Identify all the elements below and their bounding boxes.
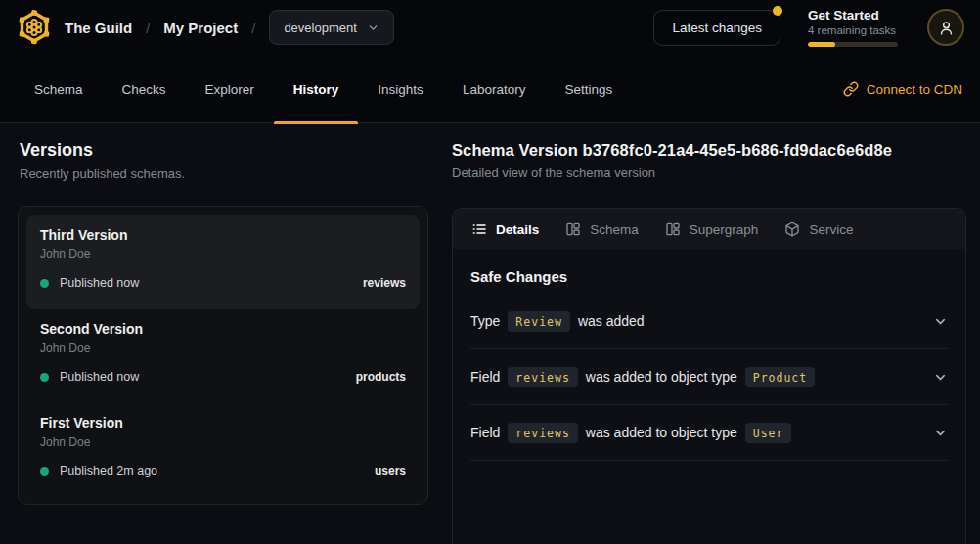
- schema-version-title: Schema Version b3768fc0-21a4-45e5-b686-f…: [452, 141, 966, 159]
- breadcrumb: The Guild / My Project / development: [65, 10, 394, 45]
- tab-insights[interactable]: Insights: [358, 55, 443, 123]
- notification-dot: [773, 6, 782, 16]
- change-prefix: Field: [470, 369, 500, 385]
- change-middle: was added to object type: [586, 425, 737, 440]
- detail-tabs: Details Schema: [453, 209, 965, 249]
- version-service: users: [375, 464, 406, 477]
- schema-version-subtitle: Detailed view of the schema version: [452, 165, 966, 180]
- chevron-down-icon[interactable]: [933, 426, 948, 440]
- get-started-title: Get Started: [808, 8, 900, 24]
- tab-supergraph-label: Supergraph: [690, 222, 759, 237]
- versions-title: Versions: [20, 140, 430, 160]
- version-meta: Published now reviews: [40, 276, 406, 290]
- change-badge: reviews: [508, 423, 577, 443]
- list-icon: [471, 221, 487, 237]
- tab-supergraph[interactable]: Supergraph: [665, 221, 759, 237]
- hive-logo-icon[interactable]: [16, 9, 52, 46]
- tab-schema[interactable]: Schema: [15, 55, 103, 123]
- header: The Guild / My Project / development Lat…: [0, 0, 980, 55]
- breadcrumb-separator: /: [251, 20, 255, 36]
- version-author: John Doe: [40, 248, 406, 261]
- tab-details[interactable]: Details: [471, 221, 539, 237]
- published-status-dot: [40, 373, 49, 382]
- change-badge: Review: [508, 311, 570, 332]
- top-bars: The Guild / My Project / development Lat…: [0, 0, 980, 123]
- version-item[interactable]: First Version John Doe Published 2m ago …: [26, 403, 420, 497]
- change-row[interactable]: Field reviews was added to object type U…: [470, 405, 948, 461]
- panels-icon: [565, 221, 581, 237]
- versions-list: Third Version John Doe Published now rev…: [18, 206, 428, 505]
- environment-selector-value: development: [284, 21, 356, 35]
- user-avatar[interactable]: [927, 9, 964, 46]
- target-nav-tabs: Schema Checks Explorer History Insights …: [15, 55, 632, 123]
- connect-to-cdn-label: Connect to CDN: [867, 82, 962, 97]
- get-started-progressbar: [808, 42, 898, 47]
- change-middle: was added: [578, 313, 645, 329]
- tab-history[interactable]: History: [274, 55, 359, 123]
- tab-schema-view-label: Schema: [590, 222, 639, 237]
- change-prefix: Field: [470, 425, 500, 440]
- tab-schema-view[interactable]: Schema: [565, 221, 639, 237]
- get-started-progress-fill: [808, 42, 835, 47]
- breadcrumb-org[interactable]: The Guild: [65, 20, 132, 36]
- panels-icon: [665, 221, 681, 237]
- version-title: First Version: [40, 415, 406, 431]
- version-status: Published 2m ago: [60, 464, 157, 477]
- tab-explorer[interactable]: Explorer: [186, 55, 274, 123]
- schema-version-panel: Schema Version b3768fc0-21a4-45e5-b686-f…: [452, 123, 966, 180]
- version-author: John Doe: [40, 341, 406, 355]
- change-row[interactable]: Type Review was added: [470, 294, 948, 349]
- link-icon: [843, 81, 859, 97]
- tab-service[interactable]: Service: [784, 221, 853, 237]
- published-status-dot: [40, 467, 49, 476]
- header-right: Latest changes Get Started 4 remaining t…: [653, 8, 964, 48]
- version-item[interactable]: Third Version John Doe Published now rev…: [26, 215, 420, 309]
- version-status: Published now: [60, 276, 139, 290]
- tab-details-label: Details: [496, 222, 539, 237]
- app-window: The Guild / My Project / development Lat…: [0, 0, 980, 544]
- version-meta: Published 2m ago users: [40, 464, 406, 477]
- change-suffix-badge: User: [745, 423, 792, 443]
- get-started-widget[interactable]: Get Started 4 remaining tasks: [808, 8, 900, 48]
- version-author: John Doe: [40, 435, 406, 449]
- tab-settings[interactable]: Settings: [545, 55, 632, 123]
- content: Versions Recently published schemas. Thi…: [0, 123, 980, 544]
- safe-changes-title: Safe Changes: [470, 268, 948, 285]
- change-suffix-badge: Product: [745, 367, 815, 387]
- published-status-dot: [40, 279, 49, 288]
- connect-to-cdn-link[interactable]: Connect to CDN: [843, 55, 962, 123]
- version-service: reviews: [363, 276, 406, 290]
- version-title: Third Version: [40, 227, 406, 243]
- version-status: Published now: [60, 370, 139, 384]
- detail-body: Safe Changes Type Review was added Field…: [453, 268, 965, 461]
- change-prefix: Type: [470, 313, 500, 329]
- version-item[interactable]: Second Version John Doe Published now pr…: [26, 309, 420, 403]
- chevron-down-icon: [367, 22, 379, 34]
- chevron-down-icon[interactable]: [933, 370, 948, 385]
- tab-laboratory[interactable]: Laboratory: [443, 55, 546, 123]
- get-started-subtitle: 4 remaining tasks: [808, 24, 900, 36]
- versions-subtitle: Recently published schemas.: [20, 166, 430, 181]
- environment-selector[interactable]: development: [269, 10, 393, 45]
- tab-checks[interactable]: Checks: [103, 55, 186, 123]
- version-meta: Published now products: [40, 370, 406, 384]
- user-icon: [938, 20, 955, 36]
- change-badge: reviews: [508, 367, 577, 387]
- chevron-down-icon[interactable]: [933, 314, 948, 329]
- versions-panel: Versions Recently published schemas. Thi…: [20, 123, 430, 181]
- latest-changes-label: Latest changes: [672, 21, 762, 35]
- breadcrumb-project[interactable]: My Project: [163, 20, 238, 36]
- tab-service-label: Service: [809, 222, 853, 237]
- latest-changes-button[interactable]: Latest changes: [653, 10, 780, 46]
- change-middle: was added to object type: [586, 369, 737, 385]
- version-service: products: [356, 370, 406, 384]
- box-icon: [784, 221, 800, 237]
- breadcrumb-separator: /: [146, 20, 150, 36]
- version-title: Second Version: [40, 321, 406, 337]
- change-row[interactable]: Field reviews was added to object type P…: [470, 349, 948, 405]
- schema-version-card: Details Schema: [452, 208, 966, 544]
